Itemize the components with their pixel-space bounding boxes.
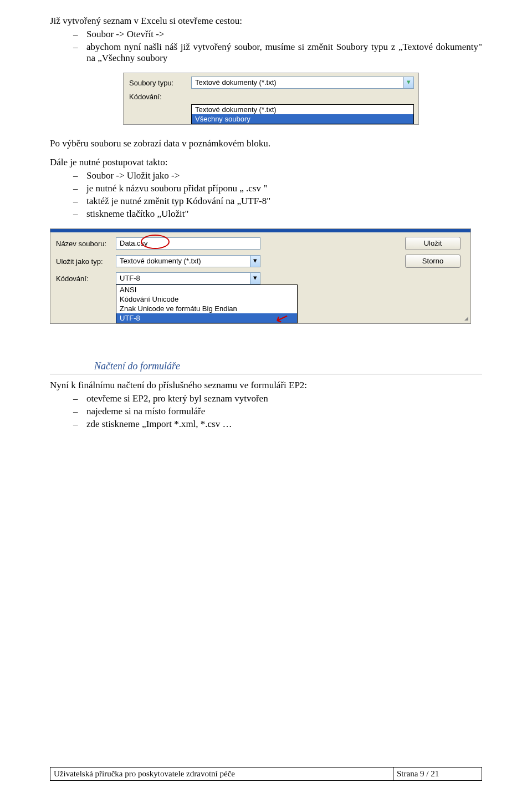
bullet-list-1: Soubor -> Otevřít -> abychom nyní našli …	[73, 29, 482, 64]
saveas-type-combobox[interactable]: Textové dokumenty (*.txt) ▾	[116, 255, 260, 267]
saveas-type-value: Textové dokumenty (*.txt)	[120, 257, 201, 265]
chevron-down-icon[interactable]: ▾	[403, 77, 413, 88]
file-type-dropdown-list[interactable]: Textové dokumenty (*.txt) Všechny soubor…	[191, 104, 414, 124]
page-footer: Uživatelská příručka pro poskytovatele z…	[50, 767, 482, 781]
bullet-list-3: otevřeme si EP2, pro který byl seznam vy…	[73, 393, 482, 430]
encoding-dropdown-list[interactable]: ANSI Kódování Unicode Znak Unicode ve fo…	[116, 284, 298, 323]
file-type-label: Soubory typu:	[129, 79, 191, 87]
dropdown-option-selected[interactable]: UTF-8	[116, 313, 297, 323]
list-item: stiskneme tlačítko „Uložit"	[73, 209, 482, 220]
save-dialog-screenshot: Název souboru: Data.csv Uložit Uložit ja…	[50, 228, 471, 324]
steps-intro: Dále je nutné postupovat takto:	[50, 157, 482, 168]
intro-para: Již vytvořený seznam v Excelu si otevřem…	[50, 16, 482, 27]
dialog-title-bar	[50, 229, 470, 232]
footer-page-number: Strana 9 / 21	[393, 767, 482, 781]
dropdown-option-selected[interactable]: Všechny soubory	[192, 114, 413, 124]
list-item: zde stiskneme „Import *.xml, *.csv …	[73, 419, 482, 430]
chevron-down-icon[interactable]: ▾	[250, 273, 260, 284]
file-type-combobox[interactable]: Textové dokumenty (*.txt) ▾	[191, 77, 414, 89]
list-item: Soubor -> Otevřít ->	[73, 29, 482, 40]
list-item: abychom nyní našli náš již vytvořený sou…	[73, 42, 482, 64]
filename-label: Název souboru:	[56, 240, 116, 248]
encoding-combobox[interactable]: UTF-8 ▾	[116, 272, 260, 284]
dropdown-option[interactable]: Textové dokumenty (*.txt)	[192, 105, 413, 114]
form-load-para: Nyní k finálnímu načtení do příslušného …	[50, 380, 482, 391]
encoding-label: Kódování:	[56, 275, 116, 283]
section-heading: Načtení do formuláře	[94, 360, 482, 372]
resize-grip-icon[interactable]: ◢	[464, 316, 468, 321]
saveas-type-label: Uložit jako typ:	[56, 257, 116, 266]
list-item: Soubor -> Uložit jako ->	[73, 170, 482, 181]
dropdown-option[interactable]: Kódování Unicode	[116, 294, 297, 304]
bullet-list-2: Soubor -> Uložit jako -> je nutné k názv…	[73, 170, 482, 220]
dropdown-option[interactable]: Znak Unicode ve formátu Big Endian	[116, 304, 297, 313]
save-button[interactable]: Uložit	[405, 237, 461, 250]
list-item: najedeme si na místo formuláře	[73, 406, 482, 417]
encoding-value: UTF-8	[120, 274, 140, 282]
divider	[50, 374, 482, 374]
filename-input[interactable]: Data.csv	[116, 237, 260, 250]
list-item: taktéž je nutné změnit typ Kódování na „…	[73, 196, 482, 207]
list-item: otevřeme si EP2, pro který byl seznam vy…	[73, 393, 482, 404]
filename-value: Data.csv	[120, 239, 148, 247]
file-type-value: Textové dokumenty (*.txt)	[195, 78, 277, 87]
info-para: Po výběru souboru se zobrazí data v pozn…	[50, 138, 482, 149]
chevron-down-icon[interactable]: ▾	[250, 256, 260, 267]
footer-title: Uživatelská příručka pro poskytovatele z…	[50, 767, 393, 781]
list-item: je nutné k názvu souboru přidat příponu …	[73, 183, 482, 194]
encoding-label: Kódování:	[129, 93, 191, 101]
dropdown-option[interactable]: ANSI	[116, 285, 297, 294]
cancel-button[interactable]: Storno	[405, 255, 461, 268]
file-type-dialog-screenshot: Soubory typu: Textové dokumenty (*.txt) …	[123, 73, 419, 125]
